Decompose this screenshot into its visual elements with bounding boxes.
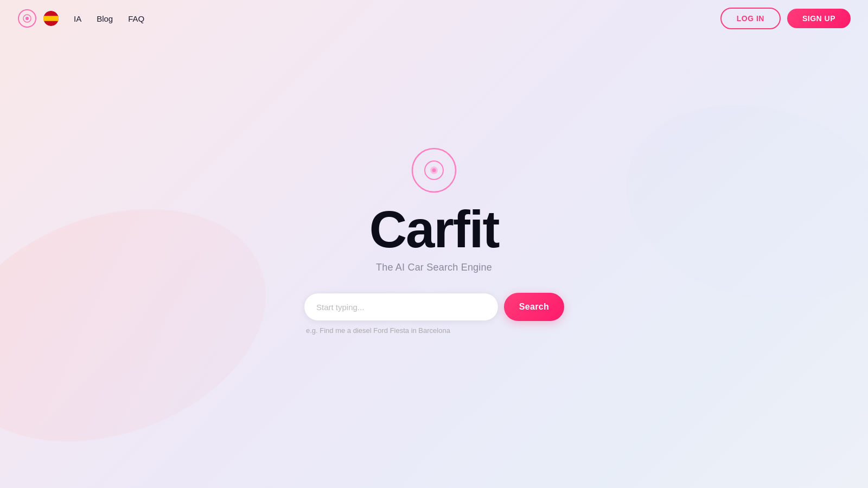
tagline-text: The AI Car Search Engine [376, 262, 492, 273]
signup-button[interactable]: SIGN UP [787, 9, 851, 28]
search-button[interactable]: Search [504, 293, 564, 321]
nav-right: LOG IN SIGN UP [720, 8, 851, 29]
logo-icon [17, 9, 37, 28]
hero-section: Carfit The AI Car Search Engine Search e… [304, 146, 564, 335]
svg-point-6 [25, 17, 29, 20]
nav-links: IA Blog FAQ [74, 14, 144, 23]
login-button[interactable]: LOG IN [720, 8, 781, 29]
language-flag[interactable] [43, 11, 59, 26]
search-section: Search e.g. Find me a diesel Ford Fiesta… [304, 293, 564, 335]
nav-item-blog[interactable]: Blog [97, 14, 113, 23]
navbar: IA Blog FAQ LOG IN SIGN UP [0, 0, 868, 37]
nav-item-faq[interactable]: FAQ [128, 14, 144, 23]
hero-logo-icon [410, 146, 458, 195]
search-input[interactable] [304, 293, 499, 321]
nav-left: IA Blog FAQ [17, 9, 144, 28]
search-hint-text: e.g. Find me a diesel Ford Fiesta in Bar… [306, 326, 450, 335]
svg-point-16 [432, 169, 436, 172]
nav-item-ia[interactable]: IA [74, 14, 81, 23]
search-bar: Search [304, 293, 564, 321]
brand-title: Carfit [369, 203, 499, 255]
svg-rect-8 [43, 16, 59, 21]
